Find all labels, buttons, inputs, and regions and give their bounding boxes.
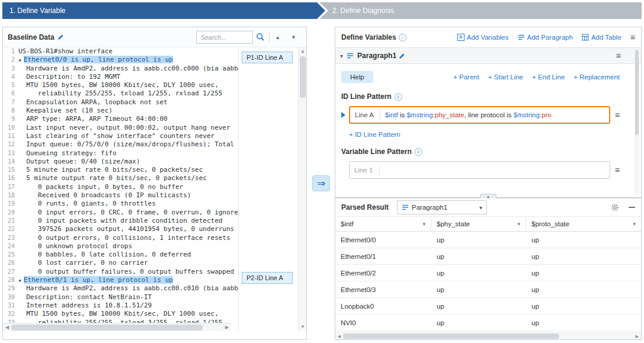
result-cell: up [431, 281, 526, 297]
settings-gear-icon[interactable] [611, 203, 619, 211]
header-divider [269, 32, 270, 43]
id-line-pattern-value[interactable]: $intf is $mstring:phy_state, line protoc… [380, 111, 556, 118]
variable-line-pattern-input[interactable]: Line 1 [349, 161, 610, 179]
scroll-left-icon[interactable]: ◀ [335, 333, 343, 340]
result-column-header[interactable]: $phy_state▾ [431, 217, 526, 231]
result-cell: up [526, 265, 641, 281]
line-number: 18 [3, 191, 15, 200]
result-horizontal-scrollbar[interactable]: ◀ ▶ [335, 332, 641, 339]
result-column-header[interactable]: $proto_state▾ [526, 217, 641, 231]
line-number: 2 [3, 56, 15, 64]
line-number: 14 [3, 158, 15, 166]
info-icon[interactable]: i [415, 148, 422, 156]
search-prev-icon[interactable]: ▲ [275, 34, 280, 40]
panel-resize-handle[interactable]: ▴ [480, 194, 496, 198]
id-line-pattern-input[interactable]: Line A $intf is $mstring:phy_state, line… [349, 106, 610, 124]
result-column-header[interactable]: $intf▾ [335, 217, 431, 231]
baseline-data-header: Baseline Data ▲ ▼ [3, 27, 306, 47]
result-cell: Loopback0 [335, 298, 431, 314]
scroll-left-icon[interactable]: ◀ [3, 323, 11, 332]
current-line-pointer-icon [341, 112, 345, 118]
add-paragraph-button[interactable]: Add Paragraph [518, 34, 573, 41]
pattern-links: + Parent+ Start Line+ End Line+ Replacem… [453, 73, 620, 81]
pattern-link[interactable]: + Replacement [573, 73, 620, 81]
step-define-variable[interactable]: 1. Define Variable [2, 2, 325, 19]
horizontal-scroll-thumb[interactable] [343, 334, 559, 339]
define-variables-panel: Define Variables i X Add Variables Add P… [335, 27, 642, 198]
search-next-icon[interactable]: ▼ [291, 34, 296, 40]
info-icon[interactable]: i [395, 93, 402, 101]
step-define-diagnosis[interactable]: 2. Define Diagnosis [319, 2, 642, 19]
result-row[interactable]: Ethernet0/1upup [335, 248, 641, 265]
line-number: 19 [3, 200, 15, 208]
line-a-label: Line A [350, 111, 380, 118]
line-number: 4 [3, 73, 15, 81]
variable-x-icon: X [457, 34, 464, 41]
add-id-line-pattern-link[interactable]: + ID Line Pattern [349, 131, 401, 138]
result-row[interactable]: NVI0upup [335, 315, 641, 331]
result-row[interactable]: Ethernet0/2upup [335, 265, 641, 281]
line-number: 27 [3, 268, 15, 276]
chevron-down-icon: ▾ [633, 221, 636, 227]
step-2-label: 2. Define Diagnosis [332, 7, 394, 15]
paragraph-menu-icon[interactable]: ≡ [616, 51, 621, 60]
paragraph-selector[interactable]: Paragraph1 ▾ [397, 200, 487, 214]
scroll-right-icon[interactable]: ▶ [223, 323, 231, 332]
line-number: 30 [3, 293, 15, 302]
scroll-right-icon[interactable]: ▶ [633, 333, 641, 340]
scroll-up-icon[interactable]: ▲ [299, 47, 307, 56]
line-number: 5 [3, 81, 15, 89]
variables-vertical-scrollbar[interactable] [635, 49, 639, 195]
result-row[interactable]: Ethernet0/0upup [335, 232, 641, 248]
pattern-link[interactable]: + Parent [453, 73, 479, 81]
vertical-scroll-thumb[interactable] [635, 50, 639, 135]
panel-menu-icon[interactable]: ≡ [630, 33, 635, 42]
variable-line-pattern-row: Line 1 ≡ [341, 161, 620, 179]
fold-icon[interactable]: ◢ [18, 56, 24, 64]
line-menu-icon[interactable]: ≡ [615, 165, 620, 175]
result-cell: up [431, 248, 526, 264]
search-input[interactable] [196, 31, 253, 44]
baseline-data-panel: Baseline Data ▲ ▼ 1234567891011121314151… [2, 27, 307, 340]
result-row[interactable]: Ethernet0/3upup [335, 281, 641, 298]
code-vertical-scrollbar[interactable]: ▲ ▼ [298, 47, 306, 331]
chevron-down-icon: ▾ [479, 204, 482, 211]
line-number: 9 [3, 115, 15, 123]
paragraph-body: Help + Parent+ Start Line+ End Line+ Rep… [335, 64, 641, 190]
code-horizontal-scrollbar[interactable]: ◀ ▶ [3, 323, 231, 331]
horizontal-scroll-thumb[interactable] [11, 325, 203, 331]
info-icon[interactable]: i [399, 34, 406, 41]
annotation-column: P1-ID Line AP2-ID Line A [238, 47, 298, 331]
pattern-link[interactable]: + Start Line [488, 73, 523, 81]
add-variables-button[interactable]: X Add Variables [457, 34, 509, 41]
paragraph-section-header[interactable]: ▾ Paragraph1 ≡ [335, 47, 641, 64]
pattern-link[interactable]: + End Line [532, 73, 565, 81]
edit-paragraph-icon[interactable] [399, 53, 405, 59]
result-cell: NVI0 [335, 315, 431, 331]
wizard-steps: 1. Define Variable 2. Define Diagnosis [2, 2, 642, 19]
line-number: 8 [3, 107, 15, 115]
line-1-label: Line 1 [350, 166, 379, 174]
collapse-chevron-icon[interactable]: ▾ [340, 53, 343, 59]
id-line-annotation[interactable]: P1-ID Line A [242, 52, 293, 63]
search-icon[interactable] [256, 33, 265, 41]
scroll-down-icon[interactable]: ▼ [299, 323, 307, 331]
edit-baseline-icon[interactable] [57, 34, 64, 40]
apply-arrow-icon: ⇒ [312, 175, 330, 191]
line-number: 13 [3, 149, 15, 158]
result-cell: up [526, 298, 641, 314]
id-line-annotation[interactable]: P2-ID Line A [242, 272, 293, 284]
line-number: 21 [3, 217, 15, 225]
result-cell: up [431, 232, 526, 248]
help-button[interactable]: Help [341, 71, 373, 83]
result-row[interactable]: Loopback0upup [335, 298, 641, 315]
vertical-scroll-thumb[interactable] [300, 56, 306, 98]
minimize-icon[interactable] [629, 207, 635, 208]
line-number: 16 [3, 174, 15, 182]
result-cell: up [526, 232, 641, 248]
line-number: 6 [3, 89, 15, 98]
line-number: 1 [3, 47, 15, 56]
add-table-button[interactable]: Add Table [582, 34, 621, 41]
line-menu-icon[interactable]: ≡ [615, 110, 620, 120]
fold-icon[interactable]: ◢ [18, 276, 24, 284]
